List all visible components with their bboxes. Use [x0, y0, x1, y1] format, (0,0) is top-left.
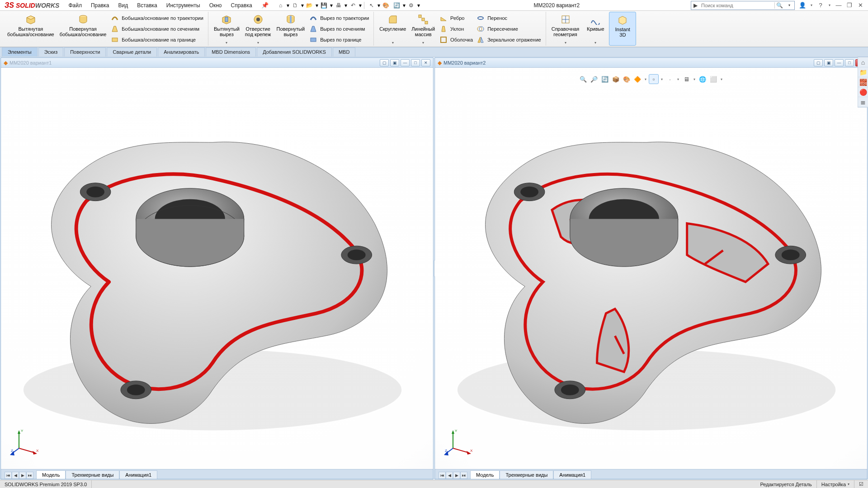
- cmtab-weldments[interactable]: Сварные детали: [107, 47, 157, 56]
- search-icon[interactable]: 🔍: [774, 2, 784, 9]
- command-search-input[interactable]: [699, 1, 774, 9]
- qa-new-icon[interactable]: 🗋: [290, 1, 300, 10]
- boundary-cut-button[interactable]: Вырез по границе: [309, 36, 369, 44]
- ltab-model[interactable]: Модель: [470, 470, 500, 479]
- instant3d-button[interactable]: Instant3D: [609, 12, 636, 46]
- restore-button[interactable]: ❐: [845, 1, 854, 9]
- pane1-min[interactable]: —: [401, 59, 410, 66]
- dd[interactable]: ▾: [422, 41, 424, 45]
- cmtab-mbd[interactable]: MBD: [333, 47, 355, 56]
- extruded-boss-button[interactable]: Вытянутаябобышка/основание: [5, 12, 57, 46]
- pin-toolbar-icon[interactable]: 📌: [257, 2, 273, 9]
- help-dd[interactable]: ▾: [827, 1, 832, 9]
- first[interactable]: ⏮: [5, 472, 12, 479]
- intersect-button[interactable]: Пересечение: [476, 25, 541, 33]
- boundary-boss-button[interactable]: Бобышка/основание на границе: [111, 36, 203, 44]
- first[interactable]: ⏮: [439, 472, 446, 479]
- help-icon[interactable]: ?: [816, 1, 825, 9]
- dd[interactable]: ▾: [594, 41, 596, 45]
- dd[interactable]: ▾: [392, 41, 394, 45]
- curves-button[interactable]: Кривые ▾: [582, 12, 609, 46]
- revolved-boss-button[interactable]: Повернутаябобышка/основание: [57, 12, 109, 46]
- swept-boss-button[interactable]: Бобышка/основание по траектории: [111, 14, 203, 22]
- last[interactable]: ⏭: [26, 472, 33, 479]
- qa-undo-icon[interactable]: ↶: [348, 1, 358, 10]
- pane1-titlebar[interactable]: ◆ ММ2020 вариант1 ▢ ▣ — □ ✕: [1, 58, 433, 68]
- pane2-btn-a[interactable]: ▢: [814, 59, 823, 66]
- extruded-cut-button[interactable]: Вытянутыйвырез ▾: [211, 12, 242, 46]
- cmtab-surfaces[interactable]: Поверхности: [64, 47, 106, 56]
- swept-cut-button[interactable]: Вырез по траектории: [309, 14, 369, 22]
- qa-print-icon[interactable]: 🖶: [334, 1, 344, 10]
- hole-wizard-button[interactable]: Отверстиепод крепеж ▾: [242, 12, 274, 46]
- pane1-btn-a[interactable]: ▢: [380, 59, 389, 66]
- qa-open-icon[interactable]: 📂: [305, 1, 315, 10]
- status-tray-icon[interactable]: ☑: [854, 480, 868, 488]
- close-button[interactable]: ✕: [856, 1, 864, 9]
- dd[interactable]: ▾: [565, 41, 566, 45]
- qa-print-arr[interactable]: ▾: [344, 2, 347, 9]
- menu-tools[interactable]: Инструменты: [162, 1, 205, 10]
- qa-home-arr[interactable]: ▾: [287, 2, 289, 9]
- taskpane-palette-icon[interactable]: 🧱: [858, 77, 868, 87]
- pane2-btn-b[interactable]: ▣: [824, 59, 833, 66]
- qa-open-arr[interactable]: ▾: [316, 2, 318, 9]
- qa-select-arr[interactable]: ▾: [377, 2, 380, 9]
- viewport-1[interactable]: YXZ: [1, 68, 433, 469]
- qa-rebuild-arr[interactable]: ▾: [403, 2, 406, 9]
- user-icon[interactable]: 👤: [798, 1, 807, 9]
- pane2-min[interactable]: —: [835, 59, 844, 66]
- pane1-btn-b[interactable]: ▣: [390, 59, 399, 66]
- next[interactable]: ▶: [453, 472, 460, 479]
- wrap-button[interactable]: Перенос: [476, 14, 541, 22]
- ltab-3dviews[interactable]: Трехмерные виды: [66, 470, 119, 479]
- minimize-button[interactable]: —: [835, 1, 843, 9]
- menu-file[interactable]: Файл: [64, 1, 86, 10]
- search-dd[interactable]: ▾: [784, 3, 794, 7]
- prev[interactable]: ◀: [12, 472, 19, 479]
- pane1-close[interactable]: ✕: [421, 59, 430, 66]
- qa-new-arr[interactable]: ▾: [301, 2, 304, 9]
- pane2-max[interactable]: □: [845, 59, 854, 66]
- status-custom[interactable]: Настройка▾: [817, 480, 854, 488]
- menu-view[interactable]: Вид: [113, 1, 132, 10]
- ltab-model[interactable]: Модель: [36, 470, 66, 479]
- cmtab-sketch[interactable]: Эскиз: [38, 47, 63, 56]
- qa-rebuild-icon[interactable]: 🔄: [392, 1, 402, 10]
- taskpane-appearances-icon[interactable]: 🔴: [858, 87, 868, 97]
- dd[interactable]: ▾: [226, 41, 227, 45]
- qa-options-icon[interactable]: ⚙: [406, 1, 416, 10]
- lofted-cut-button[interactable]: Вырез по сечениям: [309, 25, 369, 33]
- taskpane-home-icon[interactable]: ⌂: [858, 57, 868, 67]
- qa-save-icon[interactable]: 💾: [319, 1, 329, 10]
- user-dd[interactable]: ▾: [809, 1, 814, 9]
- ltab-anim[interactable]: Анимация1: [119, 470, 157, 479]
- ref-geometry-button[interactable]: Справочнаягеометрия ▾: [549, 12, 582, 46]
- cmtab-evaluate[interactable]: Анализировать: [158, 47, 205, 56]
- last[interactable]: ⏭: [460, 472, 467, 479]
- menu-help[interactable]: Справка: [226, 1, 257, 10]
- qa-undo-arr[interactable]: ▾: [359, 2, 362, 9]
- ltab-anim[interactable]: Анимация1: [553, 470, 591, 479]
- viewport-2[interactable]: 🔍 🔎 🔄 📦 🎨 🔶▾ ▫▾ ·▾ 🖥▾ 🌐 ⬜▾: [435, 68, 867, 469]
- shell-button[interactable]: Оболочка: [439, 36, 473, 44]
- pane1-max[interactable]: □: [411, 59, 420, 66]
- draft-button[interactable]: Уклон: [439, 25, 473, 33]
- dd[interactable]: ▾: [257, 41, 259, 45]
- qa-options-arr[interactable]: ▾: [417, 2, 420, 9]
- qa-select-icon[interactable]: ↖: [367, 1, 377, 10]
- qa-save-arr[interactable]: ▾: [330, 2, 333, 9]
- taskpane-custom-icon[interactable]: ≣: [858, 97, 868, 107]
- cmtab-addins[interactable]: Добавления SOLIDWORKS: [257, 47, 332, 56]
- linear-pattern-button[interactable]: Линейныймассив ▾: [409, 12, 438, 46]
- menu-edit[interactable]: Правка: [86, 1, 114, 10]
- menu-window[interactable]: Окно: [205, 1, 226, 10]
- prev[interactable]: ◀: [446, 472, 453, 479]
- next[interactable]: ▶: [19, 472, 26, 479]
- fillet-button[interactable]: Скругление ▾: [377, 12, 409, 46]
- pane2-titlebar[interactable]: ◆ ММ2020 вариант2 ▢ ▣ — □ ✕: [435, 58, 867, 68]
- qa-home-icon[interactable]: ⌂: [276, 1, 286, 10]
- ltab-3dviews[interactable]: Трехмерные виды: [500, 470, 553, 479]
- mirror-button[interactable]: Зеркальное отражение: [476, 36, 541, 44]
- menu-insert[interactable]: Вставка: [132, 1, 162, 10]
